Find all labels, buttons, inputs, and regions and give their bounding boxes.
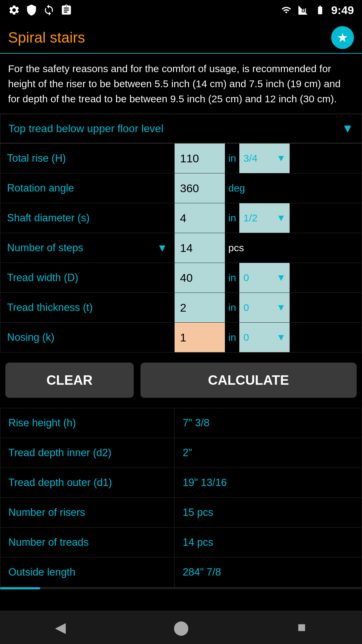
fraction-dropdown-shaft-diameter[interactable]: 1/2 ▼ (239, 203, 290, 233)
buttons-row: CLEAR CALCULATE (0, 353, 362, 408)
field-label-rotation-angle: Rotation angle (0, 173, 175, 203)
fraction-arrow-tread-thickness: ▼ (277, 302, 286, 313)
field-unit-tread-width: in (225, 263, 239, 292)
tread-dropdown[interactable]: Top tread below upper floor level ▼ (0, 114, 362, 143)
field-unit-nosing: in (225, 323, 239, 352)
fraction-arrow-tread-width: ▼ (277, 272, 286, 283)
fraction-value-tread-thickness: 0 (243, 302, 249, 313)
result-value: 2" (175, 438, 362, 468)
tread-dropdown-label: Top tread below upper floor level (8, 122, 164, 135)
field-unit-total-rise: in (225, 144, 239, 173)
field-row-rotation-angle: Rotation angle deg (0, 173, 362, 203)
field-unit-shaft-diameter: in (225, 203, 239, 233)
status-icons-right: 9:49 (280, 4, 354, 17)
field-label-total-rise: Total rise (H) (0, 144, 175, 173)
field-input-cell-tread-thickness: in 0 ▼ (175, 293, 362, 323)
result-value: 284" 7/8 (175, 557, 362, 587)
fraction-dropdown-tread-thickness[interactable]: 0 ▼ (239, 293, 290, 322)
result-row: Tread depth outer (d1) 19" 13/16 (0, 468, 362, 498)
result-row: Tread depth inner (d2) 2" (0, 438, 362, 468)
result-value: 7" 3/8 (175, 408, 362, 438)
sync-icon (43, 4, 55, 16)
result-row: Rise height (h) 7" 3/8 (0, 408, 362, 438)
result-label: Number of treads (0, 528, 175, 557)
fraction-arrow-total-rise: ▼ (277, 153, 286, 164)
fraction-arrow-nosing: ▼ (277, 332, 286, 343)
result-label: Outside length (0, 557, 175, 587)
info-text: For the safety reasons and for the comfo… (0, 54, 362, 114)
field-label-shaft-diameter: Shaft diameter (s) (0, 203, 175, 233)
fraction-arrow-shaft-diameter: ▼ (277, 213, 286, 223)
field-input-tread-thickness[interactable] (175, 293, 225, 322)
scroll-indicator (0, 587, 362, 589)
field-input-cell-total-rise: in 3/4 ▼ (175, 144, 362, 173)
field-label-tread-thickness: Tread thickness (t) (0, 293, 175, 323)
field-row-nosing: Nosing (k) in 0 ▼ (0, 323, 362, 353)
fraction-value-nosing: 0 (243, 332, 249, 343)
settings-icon (8, 4, 20, 16)
clear-button[interactable]: CLEAR (5, 363, 134, 398)
fraction-dropdown-tread-width[interactable]: 0 ▼ (239, 263, 290, 292)
status-icons-left (8, 4, 72, 16)
field-row-shaft-diameter: Shaft diameter (s) in 1/2 ▼ (0, 203, 362, 233)
field-input-cell-rotation-angle: deg (175, 173, 362, 203)
field-input-cell-tread-width: in 0 ▼ (175, 263, 362, 293)
fraction-dropdown-total-rise[interactable]: 3/4 ▼ (239, 144, 290, 173)
field-row-tread-thickness: Tread thickness (t) in 0 ▼ (0, 293, 362, 323)
signal-icon (297, 5, 309, 15)
clipboard-icon (60, 4, 72, 16)
input-table: Total rise (H) in 3/4 ▼ Rotation angle (0, 143, 362, 353)
fraction-value-shaft-diameter: 1/2 (243, 212, 257, 224)
results-table: Rise height (h) 7" 3/8 Tread depth inner… (0, 408, 362, 587)
field-row-num-steps: Number of steps ▼ pcs (0, 233, 362, 263)
status-bar: 9:49 (0, 0, 362, 20)
wifi-icon (280, 5, 293, 15)
star-icon: ★ (337, 30, 348, 45)
favorite-button[interactable]: ★ (331, 26, 354, 49)
fraction-value-total-rise: 3/4 (243, 153, 257, 164)
result-label: Tread depth inner (d2) (0, 438, 175, 468)
field-input-total-rise[interactable] (175, 144, 225, 173)
battery-icon (313, 5, 327, 15)
field-input-rotation-angle[interactable] (175, 173, 225, 203)
field-label-num-steps: Number of steps ▼ (0, 233, 175, 263)
shield-icon (25, 4, 38, 16)
field-row-total-rise: Total rise (H) in 3/4 ▼ (0, 144, 362, 173)
result-value: 19" 13/16 (175, 468, 362, 498)
recents-button[interactable]: ■ (288, 614, 315, 641)
result-label: Rise height (h) (0, 408, 175, 438)
field-unit-num-steps: pcs (225, 242, 247, 254)
result-row: Number of risers 15 pcs (0, 498, 362, 528)
field-input-cell-nosing: in 0 ▼ (175, 323, 362, 353)
result-label: Number of risers (0, 498, 175, 528)
bottom-nav: ◀ ⬤ ■ (0, 610, 362, 644)
home-button[interactable]: ⬤ (168, 614, 194, 641)
result-value: 14 pcs (175, 528, 362, 557)
fraction-value-tread-width: 0 (243, 272, 249, 283)
field-input-cell-num-steps: pcs (175, 233, 362, 263)
scroll-bar (0, 587, 40, 589)
calculate-button[interactable]: CALCULATE (140, 363, 357, 398)
result-row: Outside length 284" 7/8 (0, 557, 362, 587)
field-row-tread-width: Tread width (D) in 0 ▼ (0, 263, 362, 293)
field-unit-rotation-angle: deg (225, 173, 248, 203)
back-button[interactable]: ◀ (47, 614, 74, 641)
field-unit-tread-thickness: in (225, 293, 239, 322)
field-input-tread-width[interactable] (175, 263, 225, 292)
field-input-num-steps[interactable] (175, 233, 225, 263)
result-value: 15 pcs (175, 498, 362, 528)
steps-arrow: ▼ (157, 242, 168, 254)
field-input-nosing[interactable] (175, 323, 225, 352)
result-row: Number of treads 14 pcs (0, 528, 362, 557)
field-label-nosing: Nosing (k) (0, 323, 175, 353)
fraction-dropdown-nosing[interactable]: 0 ▼ (239, 323, 290, 352)
field-label-tread-width: Tread width (D) (0, 263, 175, 293)
app-header: Spiral stairs ★ (0, 20, 362, 54)
app-title: Spiral stairs (8, 29, 85, 46)
result-label: Tread depth outer (d1) (0, 468, 175, 498)
tread-dropdown-arrow: ▼ (342, 121, 354, 136)
time-display: 9:49 (331, 4, 354, 17)
field-input-cell-shaft-diameter: in 1/2 ▼ (175, 203, 362, 233)
field-input-shaft-diameter[interactable] (175, 203, 225, 233)
